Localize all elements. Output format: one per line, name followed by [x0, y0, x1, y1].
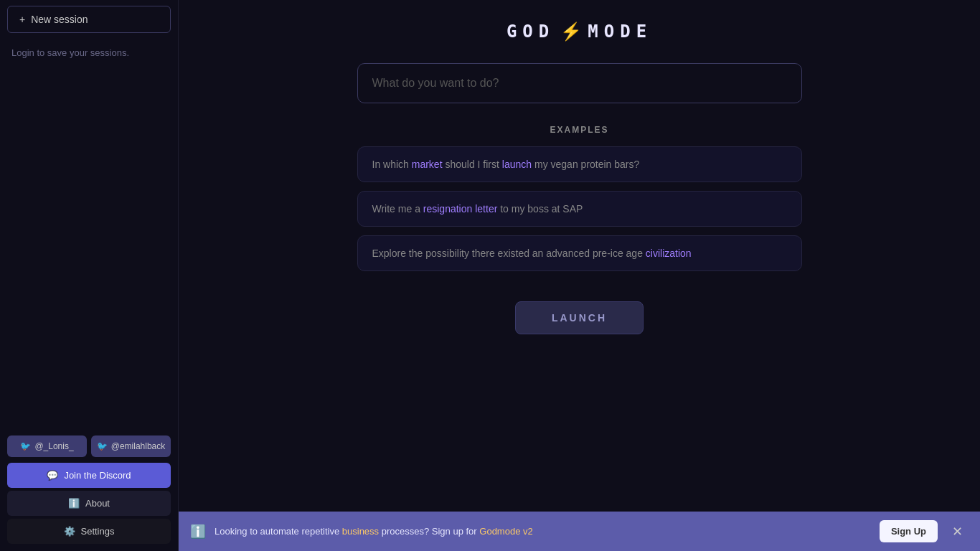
login-hint: Login to save your sessions.	[0, 39, 178, 67]
sidebar: + New session Login to save your session…	[0, 0, 179, 551]
notification-text: Looking to automate repetitive business …	[215, 526, 871, 537]
gear-icon: ⚙️	[64, 526, 75, 537]
info-notification-icon: ℹ️	[190, 524, 206, 540]
twitter-user2-button[interactable]: 🐦 @emilahlback	[91, 435, 171, 457]
lightning-icon: ⚡	[560, 22, 582, 42]
search-container	[357, 63, 802, 103]
twitter-user1-button[interactable]: 🐦 @_Lonis_	[7, 435, 87, 457]
title-mode: MODE	[588, 22, 652, 42]
twitter-icon-1: 🐦	[20, 441, 31, 451]
info-icon: ℹ️	[68, 498, 80, 509]
settings-button[interactable]: ⚙️ Settings	[7, 519, 171, 544]
discord-icon: 💬	[47, 470, 58, 481]
launch-button[interactable]: LAUNCH	[515, 301, 644, 334]
twitter-row: 🐦 @_Lonis_ 🐦 @emilahlback	[0, 430, 178, 463]
about-button[interactable]: ℹ️ About	[7, 491, 171, 516]
signup-button[interactable]: Sign Up	[880, 520, 938, 542]
search-input[interactable]	[357, 63, 802, 103]
new-session-button[interactable]: + New session	[7, 6, 171, 33]
discord-button[interactable]: 💬 Join the Discord	[7, 463, 171, 488]
twitter-icon-2: 🐦	[97, 441, 108, 451]
examples-label: EXAMPLES	[357, 125, 802, 135]
example-card-2[interactable]: Write me a resignation letter to my boss…	[357, 191, 802, 227]
example-card-1[interactable]: In which market should I first launch my…	[357, 146, 802, 182]
app-title: GOD ⚡ MODE	[507, 22, 652, 42]
close-notification-button[interactable]: ✕	[946, 521, 969, 542]
title-god: GOD	[507, 22, 555, 42]
plus-icon: +	[19, 14, 25, 25]
notification-bar: ℹ️ Looking to automate repetitive busine…	[179, 512, 980, 551]
examples-section: EXAMPLES In which market should I first …	[357, 125, 802, 280]
main-content: GOD ⚡ MODE EXAMPLES In which market shou…	[179, 0, 980, 551]
example-card-3[interactable]: Explore the possibility there existed an…	[357, 235, 802, 271]
